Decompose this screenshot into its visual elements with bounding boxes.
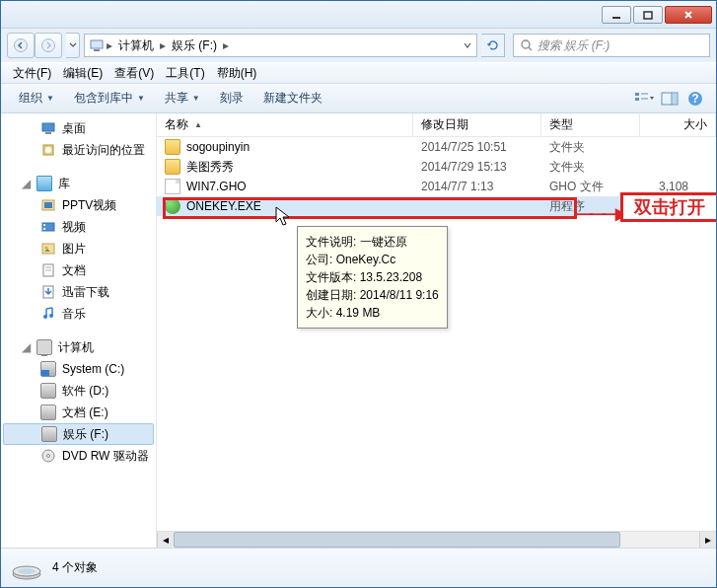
file-size: 4,2 (640, 199, 716, 213)
main-area: 桌面 最近访问的位置 ◢库 PPTV视频 视频 图片 文档 迅雷下载 音乐 ◢计… (1, 113, 716, 548)
address-dropdown-icon[interactable] (463, 40, 472, 50)
tree-desktop[interactable]: 桌面 (1, 117, 156, 139)
svg-rect-6 (91, 40, 103, 48)
menu-bar: 文件(F) 编辑(E) 查看(V) 工具(T) 帮助(H) (1, 62, 716, 84)
tree-pictures[interactable]: 图片 (1, 238, 156, 259)
back-button[interactable] (7, 33, 35, 58)
scroll-left-arrow[interactable]: ◂ (157, 532, 174, 548)
tree-drive-e[interactable]: 文档 (E:) (1, 402, 156, 423)
folder-icon (165, 139, 180, 155)
tb-new-folder[interactable]: 新建文件夹 (253, 90, 332, 107)
col-type[interactable]: 类型 (541, 113, 640, 136)
file-type: 文件夹 (541, 139, 640, 156)
file-row[interactable]: 美图秀秀 2014/7/29 15:13 文件夹 (157, 157, 716, 177)
title-bar (1, 1, 716, 29)
file-name: WIN7.GHO (186, 180, 247, 193)
svg-rect-26 (43, 224, 45, 226)
menu-tools[interactable]: 工具(T) (160, 65, 210, 82)
tree-computer[interactable]: ◢计算机 (1, 336, 156, 358)
explorer-window: ▸ 计算机 ▸ 娱乐 (F:) ▸ 搜索 娱乐 (F:) 文件(F) 编辑(E)… (0, 0, 717, 588)
folder-icon (165, 159, 180, 175)
file-tooltip: 文件说明: 一键还原 公司: OneKey.Cc 文件版本: 13.5.23.2… (297, 226, 448, 329)
svg-rect-11 (635, 98, 639, 101)
svg-point-8 (522, 40, 530, 48)
file-size: 3,108 (640, 180, 716, 193)
tb-include-library[interactable]: 包含到库中▼ (64, 90, 155, 107)
col-size[interactable]: 大小 (640, 113, 716, 136)
svg-point-5 (42, 39, 55, 52)
status-bar: 4 个对象 (1, 548, 716, 587)
file-name: sogoupinyin (186, 140, 250, 154)
col-name[interactable]: 名称▲ (157, 113, 413, 136)
help-button[interactable]: ? (682, 88, 708, 110)
minimize-button[interactable] (602, 6, 631, 24)
svg-line-9 (529, 47, 532, 50)
drive-icon (11, 556, 42, 580)
search-placeholder: 搜索 娱乐 (F:) (538, 37, 609, 54)
tb-share[interactable]: 共享▼ (155, 90, 210, 107)
breadcrumb-separator: ▸ (105, 38, 114, 52)
preview-pane-button[interactable] (657, 88, 682, 110)
tree-documents[interactable]: 文档 (1, 259, 156, 281)
tree-xunlei[interactable]: 迅雷下载 (1, 281, 156, 303)
tree-video[interactable]: 视频 (1, 216, 156, 238)
svg-rect-10 (635, 93, 639, 96)
breadcrumb-drive[interactable]: 娱乐 (F:) (168, 37, 221, 54)
nav-pane: 桌面 最近访问的位置 ◢库 PPTV视频 视频 图片 文档 迅雷下载 音乐 ◢计… (1, 113, 157, 548)
tree-pptv[interactable]: PPTV视频 (1, 194, 156, 216)
forward-button[interactable] (35, 33, 62, 58)
file-date: 2014/7/29 15:13 (413, 160, 541, 174)
horizontal-scrollbar[interactable]: ◂ ▸ (157, 531, 716, 548)
file-name: ONEKEY.EXE (186, 199, 261, 213)
tree-drive-d[interactable]: 软件 (D:) (1, 380, 156, 402)
tree-recent[interactable]: 最近访问的位置 (1, 139, 156, 161)
address-bar[interactable]: ▸ 计算机 ▸ 娱乐 (F:) ▸ (84, 34, 477, 57)
column-headers: 名称▲ 修改日期 类型 大小 (157, 113, 716, 137)
tree-drive-c[interactable]: System (C:) (1, 358, 156, 380)
menu-file[interactable]: 文件(F) (7, 65, 57, 82)
breadcrumb-separator: ▸ (158, 38, 168, 52)
svg-point-37 (47, 455, 50, 458)
tb-burn[interactable]: 刻录 (210, 90, 253, 107)
refresh-button[interactable] (481, 34, 505, 57)
svg-text:?: ? (691, 92, 698, 106)
breadcrumb-computer[interactable]: 计算机 (114, 37, 158, 54)
menu-help[interactable]: 帮助(H) (211, 65, 263, 82)
col-date[interactable]: 修改日期 (413, 113, 541, 136)
nav-history-dropdown[interactable] (66, 33, 80, 58)
svg-rect-24 (44, 202, 52, 208)
file-row[interactable]: sogoupinyin 2014/7/25 10:51 文件夹 (157, 137, 716, 157)
close-button[interactable] (665, 6, 712, 24)
svg-point-22 (45, 147, 51, 153)
view-options-button[interactable] (631, 88, 657, 110)
maximize-button[interactable] (633, 6, 663, 24)
menu-view[interactable]: 查看(V) (108, 65, 160, 82)
content-pane: 名称▲ 修改日期 类型 大小 sogoupinyin 2014/7/25 10:… (157, 113, 716, 548)
svg-point-35 (49, 314, 53, 318)
menu-edit[interactable]: 编辑(E) (57, 65, 108, 82)
toolbar: 组织▼ 包含到库中▼ 共享▼ 刻录 新建文件夹 ? (1, 84, 716, 113)
svg-rect-16 (673, 94, 677, 104)
tree-dvd[interactable]: DVD RW 驱动器 (1, 445, 156, 467)
scroll-right-arrow[interactable]: ▸ (699, 532, 716, 548)
search-input[interactable]: 搜索 娱乐 (F:) (513, 34, 710, 57)
breadcrumb-separator: ▸ (221, 38, 231, 52)
svg-rect-7 (94, 49, 100, 51)
file-row[interactable]: ONEKEY.EXE 用程序 4,2 (157, 196, 716, 216)
svg-point-4 (15, 39, 28, 52)
tree-libraries[interactable]: ◢库 (1, 173, 156, 194)
tree-drive-f[interactable]: 娱乐 (F:) (3, 423, 154, 445)
file-type: 文件夹 (541, 159, 640, 176)
tb-organize[interactable]: 组织▼ (9, 90, 64, 107)
scroll-thumb[interactable] (174, 532, 620, 548)
file-list[interactable]: sogoupinyin 2014/7/25 10:51 文件夹 美图秀秀 201… (157, 137, 716, 531)
tree-music[interactable]: 音乐 (1, 303, 156, 325)
svg-point-34 (43, 315, 47, 319)
svg-rect-28 (42, 244, 54, 254)
file-row[interactable]: WIN7.GHO 2014/7/7 1:13 GHO 文件 3,108 (157, 177, 716, 196)
search-icon (520, 38, 534, 52)
file-name: 美图秀秀 (186, 159, 234, 176)
status-text: 4 个对象 (52, 559, 98, 576)
nav-bar: ▸ 计算机 ▸ 娱乐 (F:) ▸ 搜索 娱乐 (F:) (1, 29, 716, 62)
svg-point-40 (18, 568, 36, 574)
